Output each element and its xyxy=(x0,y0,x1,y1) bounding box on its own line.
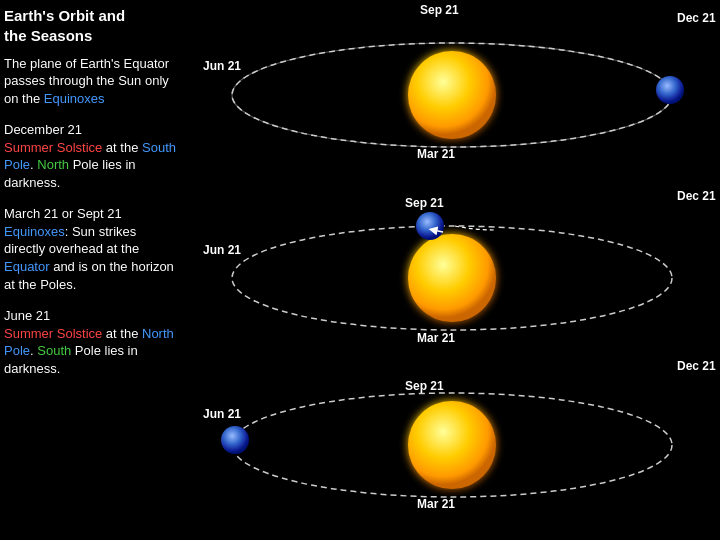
svg-text:Sep 21: Sep 21 xyxy=(420,3,459,17)
svg-text:Mar 21: Mar 21 xyxy=(417,147,455,161)
section-equinoxes-intro: The plane of Earth's Equator passes thro… xyxy=(4,55,181,108)
svg-point-3 xyxy=(656,76,684,104)
section-jun21: June 21 Summer Solstice at the North Pol… xyxy=(4,307,181,377)
diagram-area: Sep 21 Dec 21 Jun 21 Mar 21 Sep 21 Dec 2… xyxy=(185,0,720,540)
svg-text:Dec 21: Dec 21 xyxy=(677,189,716,203)
svg-text:Jun 21: Jun 21 xyxy=(203,243,241,257)
svg-point-17 xyxy=(408,401,496,489)
svg-text:Sep 21: Sep 21 xyxy=(405,379,444,393)
equinoxes-text: March 21 or Sept 21 Equinoxes: Sun strik… xyxy=(4,206,174,291)
left-panel: Earth's Orbit andthe Seasons The plane o… xyxy=(0,0,185,540)
svg-text:Jun 21: Jun 21 xyxy=(203,407,241,421)
svg-text:Dec 21: Dec 21 xyxy=(677,359,716,373)
jun21-text: June 21 Summer Solstice at the North Pol… xyxy=(4,308,174,376)
dec21-text: December 21 Summer Solstice at the South… xyxy=(4,122,176,190)
svg-text:Mar 21: Mar 21 xyxy=(417,331,455,345)
svg-text:Jun 21: Jun 21 xyxy=(203,59,241,73)
svg-point-10 xyxy=(416,212,444,240)
equinoxes-intro-text: The plane of Earth's Equator passes thro… xyxy=(4,56,169,106)
section-equinoxes: March 21 or Sept 21 Equinoxes: Sun strik… xyxy=(4,205,181,293)
svg-point-18 xyxy=(221,426,249,454)
svg-text:Dec 21: Dec 21 xyxy=(677,11,716,25)
svg-text:Mar 21: Mar 21 xyxy=(417,497,455,511)
svg-point-9 xyxy=(408,234,496,322)
svg-point-2 xyxy=(408,51,496,139)
svg-text:Sep 21: Sep 21 xyxy=(405,196,444,210)
section-dec21: December 21 Summer Solstice at the South… xyxy=(4,121,181,191)
page-title: Earth's Orbit andthe Seasons xyxy=(4,6,181,47)
